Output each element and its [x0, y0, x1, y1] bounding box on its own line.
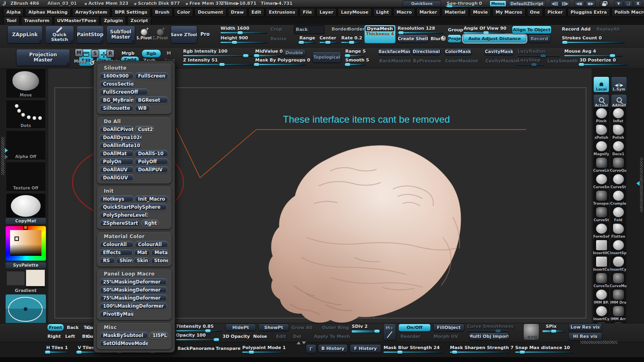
hidept-button[interactable]: HidePt — [225, 324, 256, 331]
double-button[interactable]: Double — [283, 49, 306, 56]
front-button[interactable]: Front — [47, 324, 64, 331]
menu-item[interactable]: Tool — [3, 16, 20, 25]
dock-right-icon[interactable]: ▣▶ — [585, 0, 596, 7]
menu-item[interactable]: Material — [442, 8, 469, 17]
scroll-left-icon[interactable]: ◀‖‖ — [550, 0, 559, 7]
lock-icon[interactable] — [600, 0, 609, 7]
noise-button[interactable]: Noise — [253, 334, 267, 339]
htiles-slider[interactable]: H Tiles 1 — [46, 345, 69, 353]
menu-item[interactable]: Color — [174, 8, 193, 17]
defaultzscript-button[interactable]: DefaultZScript — [508, 0, 546, 7]
macro-button[interactable]: CrossSection — [100, 80, 134, 87]
syspalette-button[interactable]: SysPalette — [6, 262, 46, 268]
record-button[interactable]: Record — [528, 35, 551, 43]
crop-button[interactable]: Crop — [270, 27, 282, 32]
left-tray-drag-handle[interactable] — [1, 137, 4, 175]
menu-item[interactable]: Zscript — [127, 16, 151, 25]
m-button[interactable]: M — [167, 51, 171, 56]
macro-button[interactable]: Mat — [134, 249, 150, 256]
left-view-button[interactable]: Left — [65, 334, 75, 339]
hue-selector[interactable] — [23, 225, 28, 230]
macro-button[interactable]: RS — [100, 257, 115, 264]
brush-tool[interactable]: CurveLir — [593, 156, 609, 173]
save-ztool-button[interactable]: Save ZTool — [171, 26, 197, 43]
brush-tool[interactable]: InsertSp — [610, 239, 626, 255]
mask-blur-slider[interactable]: Mask Blur Strength 24 — [384, 345, 443, 353]
scroll-up-icon[interactable] — [297, 341, 301, 344]
macro-button[interactable]: PolyOff — [135, 158, 168, 165]
cavitymaskin-slider[interactable]: CavityMaskIn — [485, 58, 519, 64]
topological-button[interactable]: Topological — [312, 51, 341, 63]
center-slider[interactable]: Center — [320, 35, 338, 43]
scroll-down-icon[interactable] — [302, 341, 306, 344]
brush-tool[interactable]: Inflat — [610, 107, 626, 123]
mrgb-button[interactable]: Mrgb — [122, 51, 134, 56]
spix-slider[interactable]: SPix — [543, 324, 565, 332]
macro-button[interactable]: 1I5PL — [149, 332, 168, 339]
color-selector[interactable] — [14, 237, 19, 241]
history-icon[interactable]: Γ — [306, 344, 316, 353]
blur-knob[interactable] — [440, 35, 446, 41]
project-button[interactable]: Proje — [448, 35, 461, 43]
back-view-button[interactable]: Back — [67, 325, 79, 330]
menu-item[interactable]: ArraySystem — [72, 8, 110, 17]
material-tile[interactable] — [6, 193, 46, 218]
brush-tool[interactable]: CurveSt — [610, 173, 626, 189]
mask-sharpen-slider[interactable]: Mask Sharpen Strength 7 — [450, 345, 509, 353]
morph-uv-button[interactable]: Morph UV — [433, 334, 458, 339]
brush-tool[interactable]: IMM Arr — [610, 305, 626, 321]
cavitymask-button[interactable]: CavityMask — [485, 48, 514, 55]
menu-item[interactable]: One — [527, 8, 543, 17]
circular-arrow-icon[interactable]: ↺ — [90, 60, 95, 67]
brush-tool[interactable]: Deco1 — [610, 140, 626, 156]
brush-tool[interactable]: FormSof — [593, 222, 609, 239]
rgb-intensity-slider[interactable]: Rgb Intensity 100 — [183, 49, 253, 56]
set-pivot-button[interactable]: S.Pivot — [137, 26, 151, 43]
fillobject-button[interactable]: FillObject — [433, 324, 464, 331]
3d-opacity-label[interactable]: 3D Opacity — [223, 334, 250, 339]
range5-slider[interactable]: Range 5 — [345, 49, 365, 56]
brush-tool[interactable]: Transpo: — [593, 189, 609, 206]
macro-button[interactable]: DoAllMat — [100, 150, 134, 157]
macro-button[interactable]: DoAllGUV — [100, 174, 134, 181]
macro-button[interactable]: Rght — [141, 220, 159, 226]
macro-button[interactable]: ZSphereStart — [100, 220, 140, 226]
stencil-preview-tile[interactable] — [6, 294, 46, 325]
stroke-preview-tile[interactable]: Dots — [6, 100, 46, 129]
shelf-drag-handle[interactable] — [580, 341, 617, 344]
minimize-icon[interactable]: ▼ — [614, 0, 623, 7]
dock-left-icon[interactable]: ◀▣ — [574, 0, 584, 7]
bypressure-slider[interactable]: ByPressure — [413, 58, 441, 64]
right-tray-drag-handle[interactable] — [640, 158, 643, 212]
directional-button[interactable]: Directional — [412, 48, 440, 55]
rgb-button[interactable]: Rgb — [142, 49, 161, 58]
tray-expand-icon[interactable] — [5, 148, 8, 153]
move-icon[interactable]: M — [75, 49, 83, 57]
macro-button[interactable]: 50%MaskingDeformer — [100, 286, 167, 293]
macro-button[interactable]: DoAllInflate10 — [100, 142, 142, 149]
brush-preview-tile[interactable]: Move — [6, 68, 46, 98]
mplus-button[interactable]: M+ — [383, 323, 396, 340]
menu-item[interactable]: Movie — [470, 8, 491, 17]
quicksave-button[interactable]: QuickSave — [402, 0, 441, 7]
macro-button[interactable]: PivotByMask — [100, 311, 134, 317]
macro-button[interactable]: FullScreen — [135, 72, 168, 79]
menu-item[interactable]: Zplugin — [101, 16, 126, 25]
lsym-toggle[interactable]: ◀┼▶L.Sym — [611, 76, 627, 93]
macro-button[interactable]: Shiny — [116, 257, 132, 264]
border-label[interactable]: Border — [332, 27, 349, 32]
colormask-button[interactable]: ColorMask — [444, 48, 472, 55]
texture-tile[interactable]: Texture Off — [6, 162, 46, 191]
close-icon[interactable]: X — [634, 0, 642, 7]
multi-obj-import-button[interactable]: Multi Obj Import — [469, 333, 509, 340]
copymat-button[interactable]: CopyMat — [6, 218, 46, 224]
lazysmooth-slider[interactable]: LazySmooth — [547, 58, 578, 64]
menu-item[interactable]: BPR Settings — [111, 8, 151, 17]
paintstop-button[interactable]: PaintStop — [76, 26, 104, 43]
color-gradient-square[interactable] — [10, 230, 41, 256]
move-mode-label[interactable]: Move — [74, 59, 86, 64]
brush-tool[interactable]: Magnify — [593, 140, 609, 156]
sdiv-slider[interactable]: SDiv 2 — [352, 324, 382, 333]
macro-button[interactable]: Hotkeys — [100, 195, 134, 202]
projection-master-button[interactable]: ProjectionMaster — [16, 49, 70, 66]
